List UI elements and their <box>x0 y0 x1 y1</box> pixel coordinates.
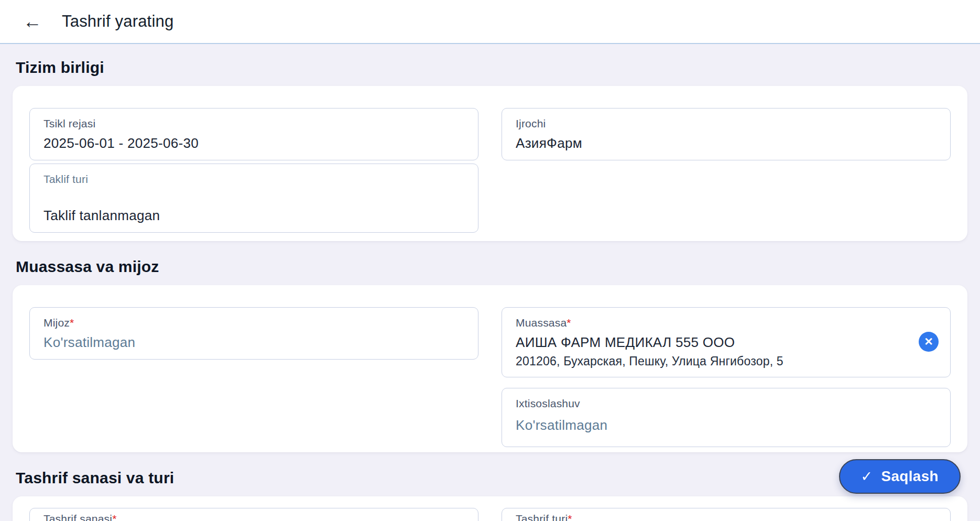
field-label: Tashrif sanasi* <box>43 513 464 521</box>
field-label: Taklif turi <box>43 173 464 186</box>
field-tsikl-rejasi[interactable]: Tsikl rejasi 2025-06-01 - 2025-06-30 <box>29 108 478 160</box>
field-label: Muassasa* <box>516 317 937 329</box>
card-muassasa-va-mijoz: Mijoz* Ko'rsatilmagan Muassasa* АИША ФАР… <box>13 285 967 452</box>
muassasa-address: 201206, Бухарская, Пешку, Улица Янгибозо… <box>516 354 937 368</box>
field-muassasa[interactable]: Muassasa* АИША ФАРМ МЕДИКАЛ 555 ООО 2012… <box>502 307 951 377</box>
save-button-label: Saqlash <box>881 468 939 485</box>
field-label: Ixtisoslashuv <box>516 397 937 410</box>
section-title-muassasa-va-mijoz: Muassasa va mijoz <box>16 258 964 276</box>
field-value: Ko'rsatilmagan <box>516 417 937 433</box>
field-ijrochi[interactable]: Ijrochi АзияФарм <box>502 108 951 160</box>
page-title: Tashrif yarating <box>62 12 173 31</box>
field-taklif-turi[interactable]: Taklif turi Taklif tanlanmagan <box>29 164 478 233</box>
field-label: Tsikl rejasi <box>43 117 464 130</box>
required-asterisk: * <box>567 317 571 329</box>
field-value: АзияФарм <box>516 135 937 151</box>
field-label: Tashrif turi* <box>516 513 937 521</box>
clear-muassasa-button[interactable]: ✕ <box>919 332 939 352</box>
field-label: Mijoz* <box>43 317 464 329</box>
required-asterisk: * <box>70 317 74 329</box>
field-tashrif-turi[interactable]: Tashrif turi* <box>502 508 951 521</box>
save-button[interactable]: ✓ Saqlash <box>839 459 961 494</box>
card-tashrif-sanasi-va-turi: Tashrif sanasi* Tashrif turi* <box>13 496 967 521</box>
card-tizim-birligi: Tsikl rejasi 2025-06-01 - 2025-06-30 Tak… <box>13 86 967 241</box>
field-value: Taklif tanlanmagan <box>43 208 464 223</box>
field-ixtisoslashuv[interactable]: Ixtisoslashuv Ko'rsatilmagan <box>502 388 951 447</box>
section-title-tizim-birligi: Tizim birligi <box>16 59 964 77</box>
arrow-left-icon: ← <box>23 10 42 32</box>
field-value: Ko'rsatilmagan <box>43 334 464 350</box>
page-header: ← Tashrif yarating <box>0 0 980 44</box>
x-circle-icon: ✕ <box>924 335 933 348</box>
required-asterisk: * <box>568 513 572 521</box>
field-value: АИША ФАРМ МЕДИКАЛ 555 ООО <box>516 334 937 350</box>
back-button[interactable]: ← <box>18 10 47 33</box>
section-title-tashrif-sanasi-va-turi: Tashrif sanasi va turi <box>16 469 964 487</box>
field-tashrif-sanasi[interactable]: Tashrif sanasi* <box>29 508 478 521</box>
field-label: Ijrochi <box>516 117 937 130</box>
field-mijoz[interactable]: Mijoz* Ko'rsatilmagan <box>29 307 478 360</box>
check-icon: ✓ <box>861 468 873 485</box>
form-body: Tizim birligi Tsikl rejasi 2025-06-01 - … <box>0 59 980 521</box>
required-asterisk: * <box>112 513 116 521</box>
field-value: 2025-06-01 - 2025-06-30 <box>43 135 464 151</box>
